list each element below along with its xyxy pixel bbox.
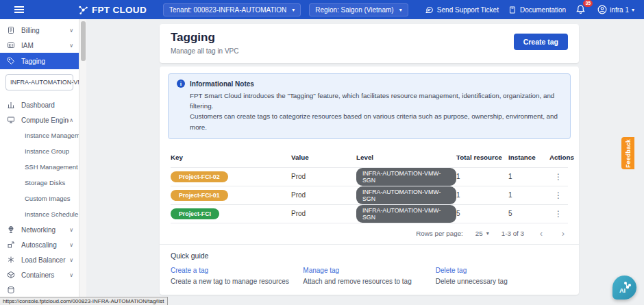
sidebar-subitem-ssh-management[interactable]: SSH Management bbox=[0, 159, 79, 175]
sidebar-item-dashboard[interactable]: Dashboard bbox=[0, 97, 79, 112]
tag-icon bbox=[7, 57, 16, 66]
iam-icon bbox=[7, 41, 16, 50]
manage-tag-link[interactable]: Manage tag bbox=[303, 267, 435, 274]
chevron-down-icon: ∨ bbox=[69, 257, 73, 263]
region-label: Region: Saigon (Vietnam) bbox=[315, 6, 393, 14]
column-header-key: Key bbox=[171, 154, 291, 161]
documentation-label: Documentation bbox=[520, 6, 566, 14]
tenant-label: Tenant: 000823-INFRA-AUTOMATION bbox=[169, 6, 286, 14]
support-label: Send Support Ticket bbox=[437, 6, 499, 14]
table-header-row: Key Value Level Total resource Instance … bbox=[171, 147, 568, 168]
header-actions: Send Support Ticket Documentation 35 inf… bbox=[425, 3, 644, 16]
sidebar-subitem-instance-group[interactable]: Instance Group bbox=[0, 143, 79, 159]
create-tag-button[interactable]: Create tag bbox=[514, 34, 568, 50]
chevron-down-icon: ∨ bbox=[69, 27, 73, 34]
top-header: FPT CLOUD Tenant: 000823-INFRA-AUTOMATIO… bbox=[0, 0, 644, 19]
rows-per-page-label: Rows per page: bbox=[416, 230, 463, 237]
user-menu[interactable]: infra 1 ▾ bbox=[597, 5, 634, 14]
load-balancer-icon bbox=[7, 256, 16, 265]
sidebar-subitem-storage-disks[interactable]: Storage Disks bbox=[0, 175, 79, 191]
feedback-tab[interactable]: Feedback bbox=[621, 137, 634, 169]
create-a-tag-link[interactable]: Create a tag bbox=[171, 267, 303, 274]
quick-guide-item: Manage tag Attach and remove resources t… bbox=[303, 267, 435, 285]
next-page-button[interactable]: › bbox=[558, 228, 568, 239]
table-row: Project-FCI-02 Prod INFRA-AUTOMATION-VMW… bbox=[171, 168, 568, 186]
page-header-card: Tagging Manage all tag in VPC Create tag bbox=[160, 24, 579, 63]
sidebar-item-label: Containers bbox=[21, 271, 69, 279]
row-actions-menu-button[interactable]: ⋮ bbox=[549, 209, 568, 219]
sidebar-item-tagging[interactable]: Tagging bbox=[0, 53, 79, 69]
sidebar-item-autoscaling[interactable]: Autoscaling ∨ bbox=[0, 237, 79, 252]
menu-toggle-button[interactable] bbox=[0, 5, 38, 14]
tag-total-resource: 1 bbox=[456, 173, 508, 180]
ai-assistant-button[interactable]: AI bbox=[612, 276, 636, 300]
tag-key-pill: Project-FCI-02 bbox=[171, 171, 228, 182]
row-actions-menu-button[interactable]: ⋮ bbox=[549, 191, 568, 200]
previous-page-button[interactable]: ‹ bbox=[536, 228, 546, 239]
vpc-selector[interactable]: INFRA-AUTOMATION-VM... ▾ bbox=[5, 74, 73, 90]
info-note-line: FPT Smart Cloud introduces the "Tagging"… bbox=[177, 90, 562, 111]
sidebar-item-label: Tagging bbox=[21, 58, 73, 65]
sidebar-scrollbar[interactable] bbox=[79, 19, 86, 305]
tenant-selector[interactable]: Tenant: 000823-INFRA-AUTOMATION ▾ bbox=[163, 3, 301, 16]
sidebar-subitem-custom-images[interactable]: Custom Images bbox=[0, 191, 79, 206]
logo-text: FPT CLOUD bbox=[92, 5, 147, 15]
quick-guide-description: Create a new tag to manage resources bbox=[171, 278, 303, 285]
tag-value: Prod bbox=[291, 173, 356, 180]
sidebar-item-billing[interactable]: Billing ∨ bbox=[0, 23, 79, 38]
sidebar-item-iam[interactable]: IAM ∨ bbox=[0, 38, 79, 53]
info-note-line: Customers can create tags to categorize … bbox=[177, 111, 562, 132]
pagination: Rows per page: 25 ▾ 1-3 of 3 ‹ › bbox=[171, 223, 568, 244]
sidebar-item-containers[interactable]: Containers ∨ bbox=[0, 267, 79, 282]
column-header-instance: Instance bbox=[508, 154, 549, 161]
ai-assistant-icon: AI bbox=[617, 280, 633, 296]
sidebar-subitem-instance-management[interactable]: Instance Management bbox=[0, 127, 79, 143]
delete-tag-link[interactable]: Delete tag bbox=[436, 267, 568, 274]
sidebar-subitem-label: Instance Management bbox=[25, 132, 79, 139]
documentation-link[interactable]: Documentation bbox=[508, 5, 566, 14]
sidebar-subitem-instance-schedule[interactable]: Instance Schedule bbox=[0, 206, 79, 222]
row-actions-menu-button[interactable]: ⋮ bbox=[549, 172, 568, 182]
sidebar-item-partial[interactable] bbox=[0, 282, 79, 297]
dashboard-icon bbox=[7, 101, 16, 110]
sidebar-item-label: IAM bbox=[21, 42, 69, 49]
containers-icon bbox=[7, 271, 16, 280]
main-content: Tagging Manage all tag in VPC Create tag… bbox=[86, 19, 644, 305]
sidebar-item-label: Autoscaling bbox=[21, 241, 69, 249]
tag-instance-count: 1 bbox=[508, 191, 549, 199]
notification-badge: 35 bbox=[583, 0, 593, 7]
tag-total-resource: 1 bbox=[456, 191, 508, 199]
status-bar-url: https://console.fptcloud.com/000823-INFR… bbox=[0, 297, 168, 305]
tag-total-resource: 5 bbox=[456, 210, 508, 217]
sidebar: Billing ∨ IAM ∨ Tagging INFRA-AUTOMATION… bbox=[0, 19, 79, 305]
sidebar-item-label: Networking bbox=[21, 226, 69, 234]
sidebar-item-compute-engine[interactable]: Compute Engine ∧ bbox=[0, 112, 79, 127]
book-icon bbox=[508, 5, 517, 14]
fpt-cloud-logo-icon bbox=[78, 5, 88, 15]
sidebar-item-networking[interactable]: Networking ∨ bbox=[0, 222, 79, 237]
networking-globe-icon bbox=[7, 225, 16, 234]
user-avatar-icon bbox=[597, 5, 607, 14]
chevron-down-icon: ▾ bbox=[486, 230, 489, 236]
rows-per-page-value: 25 bbox=[475, 230, 483, 237]
region-selector[interactable]: Region: Saigon (Vietnam) ▾ bbox=[309, 3, 408, 16]
column-header-level: Level bbox=[356, 154, 456, 161]
rows-per-page-select[interactable]: 25 ▾ bbox=[475, 230, 489, 237]
quick-guide-title: Quick guide bbox=[171, 252, 568, 260]
compute-engine-icon bbox=[7, 116, 16, 125]
info-icon: i bbox=[177, 80, 185, 88]
ai-label: AI bbox=[619, 287, 626, 294]
notifications-button[interactable]: 35 bbox=[575, 3, 588, 16]
send-support-ticket-link[interactable]: Send Support Ticket bbox=[425, 5, 499, 14]
quick-guide: Quick guide Create a tag Create a new ta… bbox=[160, 244, 579, 295]
scrollbar-thumb[interactable] bbox=[81, 21, 86, 61]
fpt-cloud-logo[interactable]: FPT CLOUD bbox=[78, 5, 147, 15]
tag-table: Key Value Level Total resource Instance … bbox=[171, 147, 568, 223]
sidebar-item-load-balancer[interactable]: Load Balancer ∨ bbox=[0, 252, 79, 267]
tag-instance-count: 1 bbox=[508, 173, 549, 180]
table-row: Project-FCI-01 Prod INFRA-AUTOMATION-VMW… bbox=[171, 186, 568, 205]
column-header-value: Value bbox=[291, 154, 356, 161]
support-chat-icon bbox=[425, 5, 434, 14]
quick-guide-item: Delete tag Delete unnecessary tag bbox=[436, 267, 568, 285]
billing-icon bbox=[7, 26, 16, 35]
